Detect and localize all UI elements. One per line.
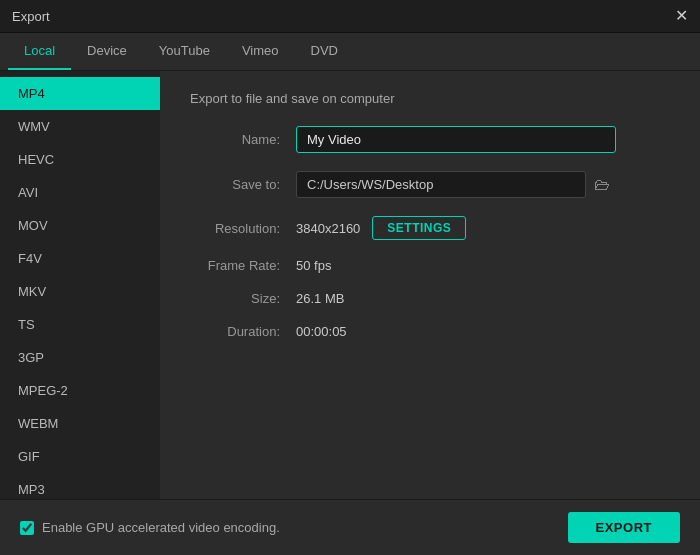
- save-to-container: C:/Users/WS/Desktop 🗁: [296, 171, 610, 198]
- save-path-display: C:/Users/WS/Desktop: [296, 171, 586, 198]
- main-panel: Export to file and save on computer Name…: [160, 71, 700, 499]
- content-area: MP4 WMV HEVC AVI MOV F4V MKV TS 3GP MPEG…: [0, 71, 700, 499]
- size-label: Size:: [190, 291, 280, 306]
- resolution-row: Resolution: 3840x2160 SETTINGS: [190, 216, 670, 240]
- name-row: Name:: [190, 126, 670, 153]
- name-input[interactable]: [296, 126, 616, 153]
- bottom-bar: Enable GPU accelerated video encoding. E…: [0, 499, 700, 555]
- sidebar-item-hevc[interactable]: HEVC: [0, 143, 160, 176]
- window-title: Export: [12, 9, 50, 24]
- settings-button[interactable]: SETTINGS: [372, 216, 466, 240]
- save-to-label: Save to:: [190, 177, 280, 192]
- format-sidebar: MP4 WMV HEVC AVI MOV F4V MKV TS 3GP MPEG…: [0, 71, 160, 499]
- sidebar-item-mpeg2[interactable]: MPEG-2: [0, 374, 160, 407]
- resolution-label: Resolution:: [190, 221, 280, 236]
- tab-youtube[interactable]: YouTube: [143, 33, 226, 70]
- sidebar-item-f4v[interactable]: F4V: [0, 242, 160, 275]
- tab-vimeo[interactable]: Vimeo: [226, 33, 295, 70]
- resolution-controls: 3840x2160 SETTINGS: [296, 216, 466, 240]
- gpu-checkbox[interactable]: [20, 521, 34, 535]
- sidebar-item-3gp[interactable]: 3GP: [0, 341, 160, 374]
- sidebar-item-wmv[interactable]: WMV: [0, 110, 160, 143]
- gpu-encoding-label[interactable]: Enable GPU accelerated video encoding.: [20, 520, 280, 535]
- save-to-row: Save to: C:/Users/WS/Desktop 🗁: [190, 171, 670, 198]
- sidebar-item-ts[interactable]: TS: [0, 308, 160, 341]
- tab-bar: Local Device YouTube Vimeo DVD: [0, 33, 700, 71]
- frame-rate-value: 50 fps: [296, 258, 331, 273]
- resolution-value: 3840x2160: [296, 221, 360, 236]
- browse-folder-icon[interactable]: 🗁: [594, 176, 610, 194]
- tab-local[interactable]: Local: [8, 33, 71, 70]
- size-value: 26.1 MB: [296, 291, 344, 306]
- name-label: Name:: [190, 132, 280, 147]
- duration-value: 00:00:05: [296, 324, 347, 339]
- duration-row: Duration: 00:00:05: [190, 324, 670, 339]
- frame-rate-label: Frame Rate:: [190, 258, 280, 273]
- close-button[interactable]: ✕: [675, 8, 688, 24]
- section-title: Export to file and save on computer: [190, 91, 670, 106]
- export-window: Export ✕ Local Device YouTube Vimeo DVD …: [0, 0, 700, 555]
- sidebar-item-mp4[interactable]: MP4: [0, 77, 160, 110]
- size-row: Size: 26.1 MB: [190, 291, 670, 306]
- sidebar-item-mkv[interactable]: MKV: [0, 275, 160, 308]
- duration-label: Duration:: [190, 324, 280, 339]
- title-bar: Export ✕: [0, 0, 700, 33]
- tab-dvd[interactable]: DVD: [295, 33, 354, 70]
- sidebar-item-gif[interactable]: GIF: [0, 440, 160, 473]
- sidebar-item-avi[interactable]: AVI: [0, 176, 160, 209]
- export-button[interactable]: EXPORT: [568, 512, 680, 543]
- sidebar-item-mov[interactable]: MOV: [0, 209, 160, 242]
- gpu-label-text: Enable GPU accelerated video encoding.: [42, 520, 280, 535]
- sidebar-item-webm[interactable]: WEBM: [0, 407, 160, 440]
- tab-device[interactable]: Device: [71, 33, 143, 70]
- sidebar-item-mp3[interactable]: MP3: [0, 473, 160, 499]
- frame-rate-row: Frame Rate: 50 fps: [190, 258, 670, 273]
